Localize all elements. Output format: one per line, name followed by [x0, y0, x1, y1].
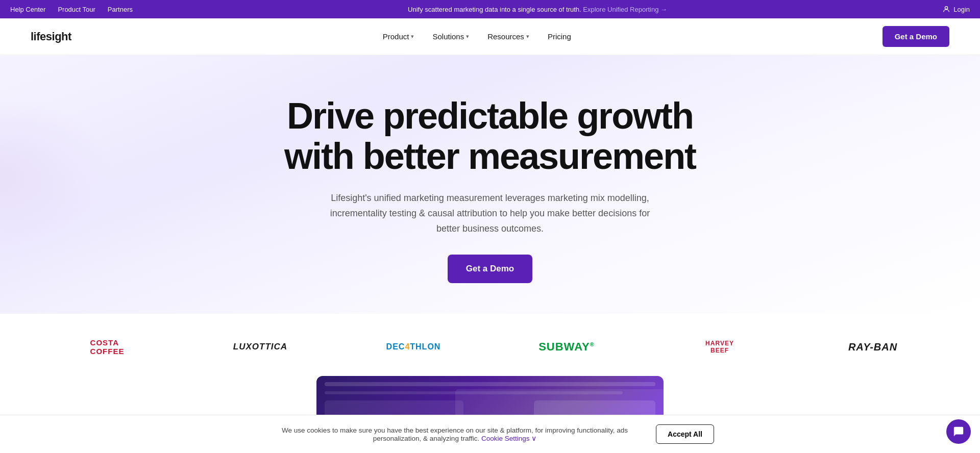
login-link[interactable]: Login [942, 5, 970, 13]
logos-section: COSTACOFFEE LUXOTTICA DEC4THLON SUBWAY® … [0, 314, 980, 366]
chevron-down-icon: ▾ [411, 33, 414, 40]
nav-resources[interactable]: Resources ▾ [480, 28, 536, 45]
chat-bubble[interactable] [946, 419, 971, 442]
hero-subtitle: Lifesight's unified marketing measuremen… [327, 191, 653, 236]
nav-links: Product ▾ Solutions ▾ Resources ▾ Pricin… [376, 28, 578, 45]
nav-pricing[interactable]: Pricing [541, 28, 578, 45]
product-tour-link[interactable]: Product Tour [58, 6, 95, 13]
user-icon [942, 5, 950, 13]
cookie-accept-button[interactable]: Accept All [656, 424, 714, 442]
logo-subway: SUBWAY® [490, 340, 643, 354]
svg-point-0 [945, 7, 948, 9]
partners-link[interactable]: Partners [108, 6, 133, 13]
cookie-message: We use cookies to make sure you have the… [266, 426, 644, 442]
navbar: lifesight Product ▾ Solutions ▾ Resource… [0, 18, 980, 55]
hero-title: Drive predictable growth with better mea… [281, 96, 699, 177]
cookie-settings-link[interactable]: Cookie Settings ∨ [481, 435, 536, 442]
hero-section: Drive predictable growth with better mea… [0, 55, 980, 314]
logo-rayban: Ray-Ban [796, 341, 949, 353]
chevron-down-icon: ▾ [526, 33, 529, 40]
logo-decathlon: DEC4THLON [337, 342, 490, 351]
top-banner: Help Center Product Tour Partners Unify … [0, 0, 980, 18]
logo-harvey-beef: HARVEYBEEF [643, 340, 796, 355]
top-banner-announcement: Unify scattered marketing data into a si… [133, 6, 942, 13]
chevron-down-icon: ▾ [466, 33, 469, 40]
cookie-banner: We use cookies to make sure you have the… [0, 415, 980, 442]
help-center-link[interactable]: Help Center [10, 6, 45, 13]
logo-luxottica: LUXOTTICA [184, 342, 337, 352]
hero-get-demo-button[interactable]: Get a Demo [448, 255, 532, 283]
nav-solutions[interactable]: Solutions ▾ [425, 28, 476, 45]
nav-product[interactable]: Product ▾ [376, 28, 422, 45]
top-banner-links: Help Center Product Tour Partners [10, 6, 133, 13]
explore-unified-reporting-link[interactable]: Explore Unified Reporting → [583, 6, 667, 13]
logo[interactable]: lifesight [31, 30, 71, 43]
chat-icon [953, 426, 964, 437]
nav-get-demo-button[interactable]: Get a Demo [883, 26, 949, 47]
logo-costa: COSTACOFFEE [31, 338, 184, 356]
